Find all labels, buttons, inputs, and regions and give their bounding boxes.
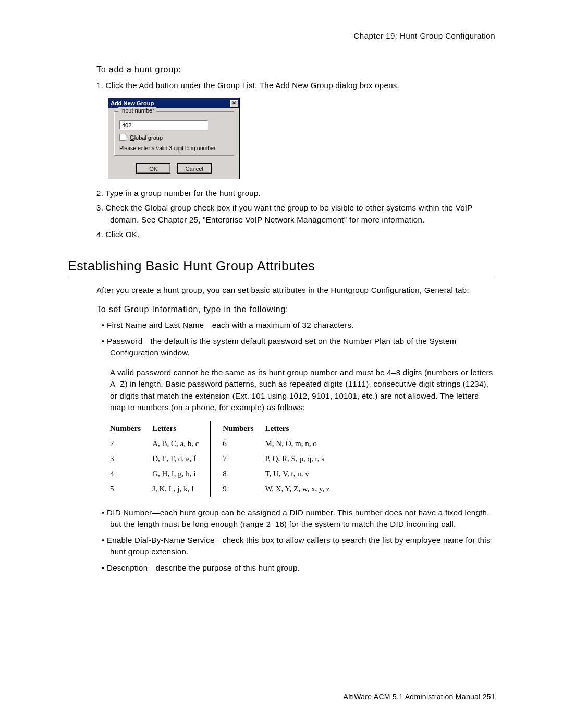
cell-l: G, H, I, g, h, i bbox=[152, 466, 210, 482]
cell-n: 2 bbox=[110, 436, 152, 451]
bullet-first-last-name: First Name and Last Name—each with a max… bbox=[96, 319, 495, 331]
cell-n: 4 bbox=[110, 466, 152, 482]
password-note: A valid password cannot be the same as i… bbox=[96, 367, 495, 414]
input-number-legend: Input number bbox=[118, 107, 156, 114]
step-1: 1. Click the Add button under the Group … bbox=[96, 80, 495, 92]
global-group-row[interactable]: Global group bbox=[119, 134, 228, 141]
step-2: 2. Type in a group number for the hunt g… bbox=[96, 188, 495, 200]
group-info-bullets: First Name and Last Name—each with a max… bbox=[96, 319, 495, 359]
col-numbers-header-right: Numbers bbox=[223, 421, 265, 436]
cell-l: A, B, C, a, b, c bbox=[152, 436, 210, 451]
section-heading: Establishing Basic Hunt Group Attributes bbox=[68, 258, 495, 274]
set-group-info-subhead: To set Group Information, type in the fo… bbox=[96, 305, 495, 314]
hint-text: Please enter a valid 3 digit long number bbox=[119, 145, 228, 151]
dialog-title-text: Add New Group bbox=[111, 100, 154, 106]
dialog-titlebar[interactable]: Add New Group ✕ bbox=[108, 98, 239, 108]
global-group-label: Global group bbox=[130, 134, 163, 141]
section-rule bbox=[68, 276, 495, 276]
cell-n: 3 bbox=[110, 451, 152, 466]
ok-button[interactable]: OK bbox=[136, 163, 170, 174]
dialog-body: Input number Global group Please enter a… bbox=[108, 108, 239, 179]
cell-l: J, K, L, j, k, l bbox=[152, 482, 210, 497]
letter-map-left: Numbers Letters 2A, B, C, a, b, c 3D, E,… bbox=[110, 421, 210, 497]
divider-icon bbox=[210, 421, 211, 497]
col-numbers-header-left: Numbers bbox=[110, 421, 152, 436]
steps-list-cont: 2. Type in a group number for the hunt g… bbox=[96, 188, 495, 241]
bullet-dial-by-name: Enable Dial-By-Name Service—check this b… bbox=[96, 535, 495, 558]
global-group-checkbox[interactable] bbox=[119, 134, 126, 141]
page-footer: AltiWare ACM 5.1 Administration Manual 2… bbox=[344, 693, 495, 701]
group-info-bullets-2: DID Number—each hunt group can be assign… bbox=[96, 507, 495, 574]
page: Chapter 19: Hunt Group Configuration To … bbox=[0, 0, 563, 728]
cell-n: 7 bbox=[223, 451, 265, 466]
col-letters-header-left: Letters bbox=[152, 421, 210, 436]
cell-n: 8 bbox=[223, 466, 265, 482]
input-number-group: Input number Global group Please enter a… bbox=[114, 111, 234, 156]
cell-n: 6 bbox=[223, 436, 265, 451]
cell-l: W, X, Y, Z, w, x, y, z bbox=[265, 482, 341, 497]
section-intro: After you create a hunt group, you can s… bbox=[96, 285, 495, 296]
divider-icon bbox=[212, 421, 212, 497]
steps-list: 1. Click the Add button under the Group … bbox=[96, 80, 495, 92]
add-new-group-dialog: Add New Group ✕ Input number Global grou… bbox=[108, 98, 240, 179]
close-icon[interactable]: ✕ bbox=[230, 100, 238, 108]
col-letters-header-right: Letters bbox=[265, 421, 341, 436]
cell-l: M, N, O, m, n, o bbox=[265, 436, 341, 451]
group-number-input[interactable] bbox=[119, 120, 208, 130]
cell-l: D, E, F, d, e, f bbox=[152, 451, 210, 466]
bullet-description: Description—describe the purpose of this… bbox=[96, 562, 495, 574]
step-3: 3. Check the Global group check box if y… bbox=[96, 202, 495, 226]
cancel-button[interactable]: Cancel bbox=[177, 163, 212, 174]
letter-map-right: Numbers Letters 6M, N, O, m, n, o 7P, Q,… bbox=[223, 421, 341, 497]
cell-n: 9 bbox=[223, 482, 265, 497]
cell-n: 5 bbox=[110, 482, 152, 497]
cell-l: T, U, V, t, u, v bbox=[265, 466, 341, 482]
add-hunt-group-title: To add a hunt group: bbox=[96, 65, 495, 75]
chapter-header: Chapter 19: Hunt Group Configuration bbox=[68, 31, 495, 40]
cell-l: P, Q, R, S, p, q, r, s bbox=[265, 451, 341, 466]
bullet-did-number: DID Number—each hunt group can be assign… bbox=[96, 507, 495, 530]
letter-map-table: Numbers Letters 2A, B, C, a, b, c 3D, E,… bbox=[110, 421, 495, 497]
bullet-password: Password—the default is the system defau… bbox=[96, 336, 495, 359]
step-4: 4. Click OK. bbox=[96, 229, 495, 241]
